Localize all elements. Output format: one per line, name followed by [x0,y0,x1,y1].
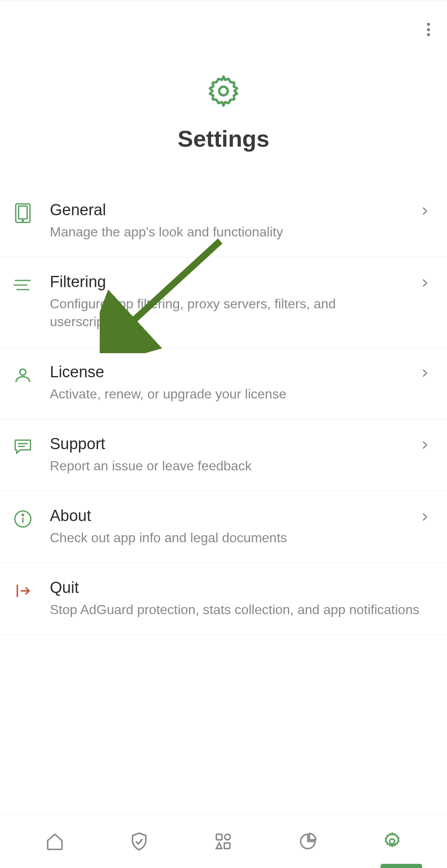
item-title: General [50,201,402,219]
chevron-right-icon [419,367,430,381]
settings-item-license[interactable]: License Activate, renew, or upgrade your… [0,347,447,419]
svg-point-0 [219,87,228,96]
nav-active-indicator [381,864,422,868]
item-subtitle: Report an issue or leave feedback [50,457,402,475]
settings-item-support[interactable]: Support Report an issue or leave feedbac… [0,419,447,491]
svg-point-12 [22,514,23,516]
nav-home-icon[interactable] [42,829,67,854]
chevron-right-icon [419,277,430,290]
item-text: About Check out app info and legal docum… [50,507,402,547]
item-subtitle: Manage the app's look and functionality [50,223,402,241]
nav-settings-icon[interactable] [380,829,405,854]
device-icon [12,203,33,224]
settings-item-quit[interactable]: Quit Stop AdGuard protection, stats coll… [0,563,447,635]
item-title: About [50,507,402,525]
filter-icon [12,275,33,295]
page-title: Settings [178,125,270,152]
item-subtitle: Check out app info and legal documents [50,529,402,547]
item-text: General Manage the app's look and functi… [50,201,402,241]
bottom-navbar [0,814,447,868]
item-text: Quit Stop AdGuard protection, stats coll… [50,579,430,619]
item-title: Support [50,435,402,453]
chat-icon [12,437,33,457]
header: Settings [0,59,447,185]
chevron-right-icon [419,511,430,524]
info-icon [12,509,33,529]
gear-icon [204,71,243,113]
item-title: Quit [50,579,430,597]
user-icon [12,365,33,386]
chevron-right-icon [419,205,430,219]
svg-rect-2 [19,206,27,219]
item-subtitle: Activate, renew, or upgrade your license [50,385,402,403]
item-text: License Activate, renew, or upgrade your… [50,363,402,403]
item-subtitle: Configure app filtering, proxy servers, … [50,295,402,331]
svg-point-3 [22,220,24,221]
nav-stats-icon[interactable] [295,829,320,854]
topbar [0,0,447,59]
item-title: License [50,363,402,381]
svg-rect-13 [216,834,222,839]
item-text: Support Report an issue or leave feedbac… [50,435,402,475]
nav-shield-icon[interactable] [127,829,152,854]
chevron-right-icon [419,439,430,452]
nav-apps-icon[interactable] [211,829,236,854]
item-title: Filtering [50,273,402,291]
svg-point-7 [20,369,26,375]
svg-point-16 [390,839,395,844]
svg-rect-15 [224,843,230,848]
quit-icon [12,580,33,601]
item-text: Filtering Configure app filtering, proxy… [50,273,402,331]
settings-item-filtering[interactable]: Filtering Configure app filtering, proxy… [0,257,447,347]
svg-point-14 [225,834,230,839]
settings-item-general[interactable]: General Manage the app's look and functi… [0,185,447,257]
settings-item-about[interactable]: About Check out app info and legal docum… [0,491,447,563]
more-menu-icon[interactable] [427,21,430,38]
settings-list: General Manage the app's look and functi… [0,185,447,814]
settings-screen: Settings General Manage the app's look a… [0,0,447,868]
item-subtitle: Stop AdGuard protection, stats collectio… [50,601,430,619]
